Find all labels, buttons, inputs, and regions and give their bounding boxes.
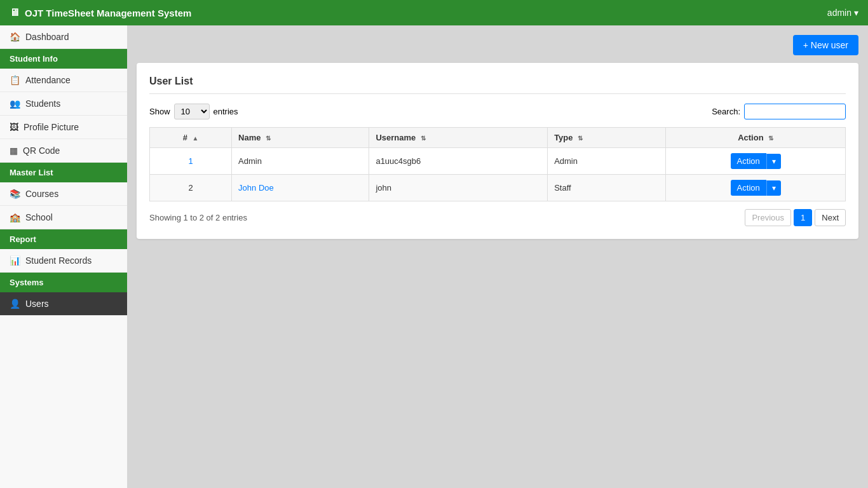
sidebar-item-courses[interactable]: 📚 Courses [0, 182, 127, 206]
layout: 🏠 Dashboard Student Info 📋 Attendance 👥 … [0, 25, 868, 488]
sidebar: 🏠 Dashboard Student Info 📋 Attendance 👥 … [0, 25, 127, 488]
sidebar-item-school[interactable]: 🏫 School [0, 206, 127, 229]
row-link[interactable]: John Doe [238, 183, 274, 193]
sidebar-item-label: Attendance [25, 75, 71, 85]
action-btn-group: Action ▾ [672, 153, 839, 169]
sidebar-item-users[interactable]: 👤 Users [0, 292, 127, 316]
search-label: Search: [712, 107, 740, 116]
sidebar-item-profile-picture[interactable]: 🖼 Profile Picture [0, 116, 127, 139]
admin-dropdown-icon: ▾ [854, 8, 858, 18]
cell-type: Admin [548, 148, 666, 175]
sidebar-item-dashboard[interactable]: 🏠 Dashboard [0, 25, 127, 49]
col-number[interactable]: # ▲ [150, 128, 232, 148]
sidebar-item-qr-code[interactable]: ▦ QR Code [0, 139, 127, 163]
sidebar-item-label: Profile Picture [24, 122, 79, 132]
cell-name: Admin [232, 148, 369, 175]
show-label: Show [149, 107, 170, 116]
sort-indicator-username: ⇅ [421, 135, 426, 142]
showing-text: Showing 1 to 2 of 2 entries [149, 213, 247, 222]
page-1-button[interactable]: 1 [794, 209, 812, 226]
navbar: 🖥 OJT TimeSheet Management System admin … [0, 0, 868, 25]
section-header-master-list: Master List [0, 163, 127, 182]
section-header-systems: Systems [0, 273, 127, 292]
admin-label: admin [827, 8, 851, 18]
cell-type: Staff [548, 175, 666, 201]
sidebar-item-label: Courses [25, 189, 58, 199]
brand-icon: 🖥 [10, 7, 20, 18]
action-dropdown-button[interactable]: ▾ [766, 154, 781, 169]
students-icon: 👥 [10, 98, 20, 109]
cell-name: John Doe [232, 175, 369, 201]
admin-menu[interactable]: admin ▾ [827, 8, 858, 18]
cell-num: 1 [150, 148, 232, 175]
entries-label: entries [214, 107, 238, 116]
sidebar-item-label: Student Records [25, 255, 92, 266]
cell-username: a1uuc4sgb6 [369, 148, 548, 175]
action-btn-group: Action ▾ [672, 180, 839, 196]
show-entries: Show 10 25 50 100 entries [149, 104, 238, 119]
sidebar-item-student-records[interactable]: 📊 Student Records [0, 249, 127, 273]
cell-action: Action ▾ [666, 148, 846, 175]
profile-picture-icon: 🖼 [10, 122, 18, 132]
next-button[interactable]: Next [815, 209, 846, 226]
row-link[interactable]: 1 [188, 156, 193, 166]
sidebar-item-students[interactable]: 👥 Students [0, 92, 127, 116]
col-action[interactable]: Action ⇅ [666, 128, 846, 148]
action-button[interactable]: Action [731, 180, 766, 196]
user-list-card: User List Show 10 25 50 100 entries Sear… [137, 63, 858, 239]
pagination: Previous 1 Next [745, 209, 846, 226]
col-type[interactable]: Type ⇅ [548, 128, 666, 148]
col-name[interactable]: Name ⇅ [232, 128, 369, 148]
sort-indicator-action: ⇅ [768, 135, 773, 142]
sidebar-item-label: Users [25, 299, 49, 309]
action-dropdown-button[interactable]: ▾ [766, 180, 781, 196]
sidebar-item-label: Students [25, 98, 60, 109]
section-header-report: Report [0, 229, 127, 249]
navbar-brand: 🖥 OJT TimeSheet Management System [10, 7, 191, 18]
attendance-icon: 📋 [10, 75, 20, 85]
sort-indicator-name: ⇅ [266, 135, 271, 142]
main-content: + New user User List Show 10 25 50 100 e… [127, 25, 868, 488]
table-row: 1 Admin a1uuc4sgb6 Admin Action ▾ [150, 148, 846, 175]
courses-icon: 📚 [10, 189, 20, 199]
dashboard-icon: 🏠 [10, 32, 20, 42]
search-input[interactable] [744, 104, 846, 119]
action-button[interactable]: Action [731, 153, 766, 169]
card-title: User List [149, 76, 846, 94]
student-records-icon: 📊 [10, 255, 20, 266]
search-box: Search: [712, 104, 846, 119]
cell-num: 2 [150, 175, 232, 201]
col-username[interactable]: Username ⇅ [369, 128, 548, 148]
qr-code-icon: ▦ [10, 146, 18, 156]
table-footer: Showing 1 to 2 of 2 entries Previous 1 N… [149, 209, 846, 226]
sidebar-item-label: QR Code [23, 146, 60, 156]
sort-indicator-num: ▲ [193, 135, 199, 142]
new-user-button[interactable]: + New user [793, 35, 858, 55]
school-icon: 🏫 [10, 212, 20, 222]
users-icon: 👤 [10, 299, 20, 309]
user-table: # ▲ Name ⇅ Username ⇅ Type ⇅ Action ⇅ [149, 127, 846, 201]
sidebar-item-attendance[interactable]: 📋 Attendance [0, 69, 127, 92]
section-header-student-info: Student Info [0, 49, 127, 69]
entries-select[interactable]: 10 25 50 100 [174, 104, 210, 119]
sidebar-item-label: School [25, 212, 53, 222]
previous-button[interactable]: Previous [745, 209, 791, 226]
table-row: 2 John Doe john Staff Action ▾ [150, 175, 846, 201]
top-bar: + New user [137, 35, 858, 55]
cell-username: john [369, 175, 548, 201]
cell-action: Action ▾ [666, 175, 846, 201]
sidebar-item-label: Dashboard [25, 32, 69, 42]
sort-indicator-type: ⇅ [578, 135, 583, 142]
table-controls: Show 10 25 50 100 entries Search: [149, 104, 846, 119]
brand-title: OJT TimeSheet Management System [25, 8, 191, 18]
